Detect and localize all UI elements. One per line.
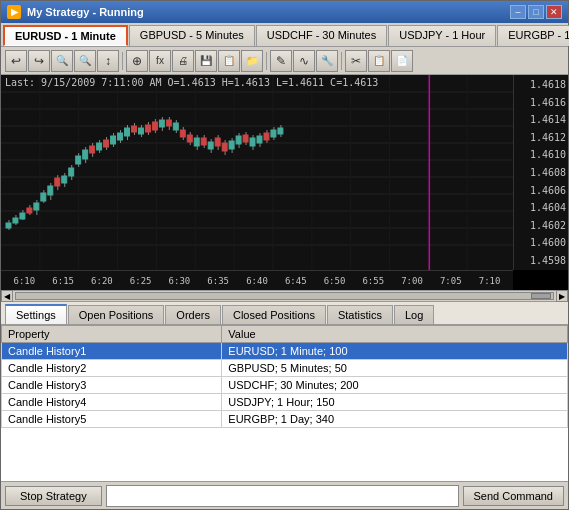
chart-scrollbar[interactable]: ◀ ▶	[1, 290, 568, 302]
chart-tab-eurgbp[interactable]: EURGBP - 1 Day	[497, 25, 569, 46]
time-label-3: 6:20	[83, 276, 122, 286]
svg-rect-96	[257, 136, 262, 143]
property-cell: Candle History4	[2, 394, 222, 411]
time-axis: 6:10 6:15 6:20 6:25 6:30 6:35 6:40 6:45 …	[1, 270, 513, 290]
toolbar-paste-btn[interactable]: 📋	[368, 50, 390, 72]
price-label-10: 1.4600	[516, 237, 566, 248]
svg-rect-38	[55, 178, 60, 186]
scrollbar-track[interactable]	[15, 292, 554, 300]
toolbar-undo-btn[interactable]: ↩	[5, 50, 27, 72]
value-cell: EURUSD; 1 Minute; 100	[222, 343, 568, 360]
svg-rect-62	[138, 128, 143, 134]
tab-settings[interactable]: Settings	[5, 304, 67, 324]
table-row[interactable]: Candle History5 EURGBP; 1 Day; 340	[2, 411, 568, 428]
toolbar: ↩ ↪ 🔍 🔍 ↕ ⊕ fx 🖨 💾 📋 📁 ✎ ∿ 🔧 ✂ 📋 📄	[1, 47, 568, 75]
svg-rect-56	[118, 133, 123, 140]
table-row[interactable]: Candle History3 USDCHF; 30 Minutes; 200	[2, 377, 568, 394]
svg-rect-34	[41, 193, 46, 201]
toolbar-draw-btn[interactable]: ✎	[270, 50, 292, 72]
svg-rect-28	[20, 213, 25, 219]
toolbar-print-btn[interactable]: 🖨	[172, 50, 194, 72]
chart-tab-eurusd[interactable]: EURUSD - 1 Minute	[3, 25, 128, 46]
toolbar-indicator-btn[interactable]: fx	[149, 50, 171, 72]
property-cell: Candle History1	[2, 343, 222, 360]
value-cell: EURGBP; 1 Day; 340	[222, 411, 568, 428]
scrollbar-left-arrow[interactable]: ◀	[1, 290, 13, 302]
toolbar-save-btn[interactable]: 💾	[195, 50, 217, 72]
close-button[interactable]: ✕	[546, 5, 562, 19]
minimize-button[interactable]: –	[510, 5, 526, 19]
svg-rect-64	[145, 125, 150, 132]
chart-area[interactable]: Last: 9/15/2009 7:11:00 AM O=1.4613 H=1.…	[1, 75, 568, 290]
title-bar: ▶ My Strategy - Running – □ ✕	[1, 1, 568, 23]
time-label-8: 6:45	[276, 276, 315, 286]
svg-rect-102	[278, 128, 283, 134]
toolbar-cut-btn[interactable]: ✂	[345, 50, 367, 72]
tab-orders[interactable]: Orders	[165, 305, 221, 324]
table-row[interactable]: Candle History1 EURUSD; 1 Minute; 100	[2, 343, 568, 360]
toolbar-crosshair-btn[interactable]: ⊕	[126, 50, 148, 72]
scrollbar-thumb[interactable]	[531, 293, 551, 299]
svg-rect-58	[125, 128, 130, 136]
toolbar-settings-btn[interactable]: 🔧	[316, 50, 338, 72]
bottom-bar: Stop Strategy Send Command	[1, 481, 568, 509]
main-window: ▶ My Strategy - Running – □ ✕ EURUSD - 1…	[0, 0, 569, 510]
chart-tabs: EURUSD - 1 Minute GBPUSD - 5 Minutes USD…	[1, 23, 568, 47]
time-label-6: 6:35	[199, 276, 238, 286]
toolbar-wave-btn[interactable]: ∿	[293, 50, 315, 72]
table-row[interactable]: Candle History2 GBPUSD; 5 Minutes; 50	[2, 360, 568, 377]
chart-tab-gbpusd[interactable]: GBPUSD - 5 Minutes	[129, 25, 255, 46]
svg-rect-98	[264, 133, 269, 140]
svg-rect-94	[250, 138, 255, 146]
tab-statistics[interactable]: Statistics	[327, 305, 393, 324]
toolbar-new-btn[interactable]: 📄	[391, 50, 413, 72]
col-value: Value	[222, 326, 568, 343]
price-label-6: 1.4608	[516, 167, 566, 178]
svg-rect-90	[236, 136, 241, 144]
svg-rect-26	[13, 218, 18, 223]
chart-tab-usdjpy[interactable]: USDJPY - 1 Hour	[388, 25, 496, 46]
scrollbar-right-arrow[interactable]: ▶	[556, 290, 568, 302]
chart-tab-usdchf[interactable]: USDCHF - 30 Minutes	[256, 25, 387, 46]
panel-tabs: Settings Open Positions Orders Closed Po…	[1, 302, 568, 325]
svg-rect-80	[201, 138, 206, 145]
value-cell: GBPUSD; 5 Minutes; 50	[222, 360, 568, 377]
toolbar-copy-btn[interactable]: 📋	[218, 50, 240, 72]
table-row[interactable]: Candle History4 USDJPY; 1 Hour; 150	[2, 394, 568, 411]
value-cell: USDJPY; 1 Hour; 150	[222, 394, 568, 411]
svg-rect-66	[152, 122, 157, 130]
price-label-11: 1.4598	[516, 255, 566, 266]
tab-log[interactable]: Log	[394, 305, 434, 324]
stop-strategy-button[interactable]: Stop Strategy	[5, 486, 102, 506]
toolbar-open-btn[interactable]: 📁	[241, 50, 263, 72]
svg-rect-74	[180, 130, 185, 137]
svg-rect-30	[27, 208, 32, 213]
time-label-1: 6:10	[5, 276, 44, 286]
window-title: My Strategy - Running	[27, 6, 144, 18]
property-cell: Candle History2	[2, 360, 222, 377]
svg-rect-40	[62, 176, 67, 183]
svg-rect-88	[229, 141, 234, 149]
app-icon: ▶	[7, 5, 21, 19]
command-input[interactable]	[106, 485, 459, 507]
time-label-5: 6:30	[160, 276, 199, 286]
toolbar-redo-btn[interactable]: ↪	[28, 50, 50, 72]
svg-rect-50	[97, 143, 102, 150]
col-property: Property	[2, 326, 222, 343]
svg-rect-78	[194, 138, 199, 146]
send-command-button[interactable]: Send Command	[463, 486, 565, 506]
svg-rect-72	[173, 123, 178, 130]
svg-rect-92	[243, 135, 248, 142]
tab-closed-positions[interactable]: Closed Positions	[222, 305, 326, 324]
toolbar-zoomin-btn[interactable]: 🔍	[51, 50, 73, 72]
toolbar-autoscale-btn[interactable]: ↕	[97, 50, 119, 72]
title-bar-left: ▶ My Strategy - Running	[7, 5, 144, 19]
toolbar-sep3	[341, 52, 342, 70]
price-label-9: 1.4602	[516, 220, 566, 231]
toolbar-zoomout-btn[interactable]: 🔍	[74, 50, 96, 72]
title-controls: – □ ✕	[510, 5, 562, 19]
time-label-4: 6:25	[121, 276, 160, 286]
maximize-button[interactable]: □	[528, 5, 544, 19]
svg-rect-32	[34, 203, 39, 210]
tab-open-positions[interactable]: Open Positions	[68, 305, 165, 324]
